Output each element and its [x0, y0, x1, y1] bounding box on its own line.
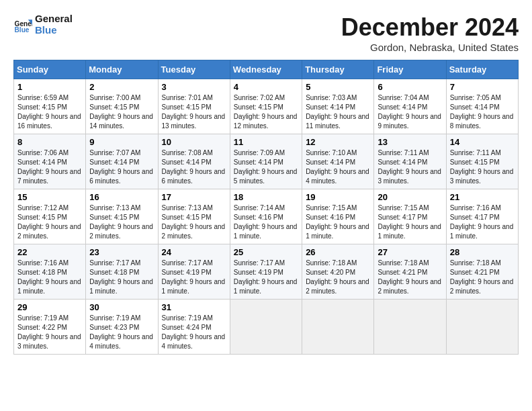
day-info: Sunrise: 7:00 AMSunset: 4:15 PMDaylight:… — [89, 93, 154, 131]
day-info: Sunrise: 7:10 AMSunset: 4:14 PMDaylight:… — [306, 148, 370, 186]
calendar-cell: 23Sunrise: 7:17 AMSunset: 4:18 PMDayligh… — [86, 244, 158, 300]
day-number: 14 — [450, 137, 515, 147]
calendar-cell: 21Sunrise: 7:16 AMSunset: 4:17 PMDayligh… — [446, 189, 518, 244]
day-number: 26 — [306, 247, 370, 257]
title-block: December 2024 Gordon, Nebraska, United S… — [341, 13, 519, 53]
calendar-cell: 15Sunrise: 7:12 AMSunset: 4:15 PMDayligh… — [14, 189, 86, 244]
calendar-cell: 7Sunrise: 7:05 AMSunset: 4:14 PMDaylight… — [446, 79, 518, 134]
day-info: Sunrise: 7:11 AMSunset: 4:15 PMDaylight:… — [450, 148, 515, 186]
calendar-cell: 27Sunrise: 7:18 AMSunset: 4:21 PMDayligh… — [374, 244, 446, 300]
calendar-cell: 9Sunrise: 7:07 AMSunset: 4:14 PMDaylight… — [86, 134, 158, 189]
day-info: Sunrise: 7:16 AMSunset: 4:17 PMDaylight:… — [450, 203, 515, 241]
calendar-week-row: 1Sunrise: 6:59 AMSunset: 4:15 PMDaylight… — [14, 79, 519, 134]
day-number: 29 — [17, 302, 82, 312]
day-number: 10 — [162, 137, 226, 147]
calendar-cell: 3Sunrise: 7:01 AMSunset: 4:15 PMDaylight… — [158, 79, 230, 134]
month-title: December 2024 — [341, 13, 519, 42]
day-info: Sunrise: 7:19 AMSunset: 4:23 PMDaylight:… — [89, 314, 154, 351]
calendar-cell: 18Sunrise: 7:14 AMSunset: 4:16 PMDayligh… — [230, 189, 302, 244]
calendar-cell: 1Sunrise: 6:59 AMSunset: 4:15 PMDaylight… — [14, 79, 86, 134]
day-info: Sunrise: 7:08 AMSunset: 4:14 PMDaylight:… — [162, 148, 226, 186]
day-number: 18 — [234, 192, 298, 202]
day-info: Sunrise: 7:17 AMSunset: 4:19 PMDaylight:… — [234, 259, 298, 296]
weekday-header-tuesday: Tuesday — [158, 60, 230, 79]
day-number: 15 — [17, 192, 82, 202]
day-number: 20 — [378, 192, 442, 202]
weekday-header-saturday: Saturday — [446, 60, 518, 79]
calendar-week-row: 22Sunrise: 7:16 AMSunset: 4:18 PMDayligh… — [14, 244, 519, 300]
calendar-cell: 17Sunrise: 7:13 AMSunset: 4:15 PMDayligh… — [158, 189, 230, 244]
day-number: 8 — [17, 137, 82, 147]
calendar-cell: 28Sunrise: 7:18 AMSunset: 4:21 PMDayligh… — [446, 244, 518, 300]
calendar-cell: 5Sunrise: 7:03 AMSunset: 4:14 PMDaylight… — [302, 79, 374, 134]
day-info: Sunrise: 7:15 AMSunset: 4:17 PMDaylight:… — [378, 203, 442, 241]
calendar-cell: 11Sunrise: 7:09 AMSunset: 4:14 PMDayligh… — [230, 134, 302, 189]
calendar-cell: 6Sunrise: 7:04 AMSunset: 4:14 PMDaylight… — [374, 79, 446, 134]
day-number: 3 — [162, 82, 226, 92]
weekday-header-friday: Friday — [374, 60, 446, 79]
logo-line1: General — [35, 13, 73, 25]
calendar-cell: 14Sunrise: 7:11 AMSunset: 4:15 PMDayligh… — [446, 134, 518, 189]
day-number: 5 — [306, 82, 370, 92]
day-info: Sunrise: 7:18 AMSunset: 4:21 PMDaylight:… — [378, 259, 442, 296]
day-info: Sunrise: 7:04 AMSunset: 4:14 PMDaylight:… — [378, 93, 442, 131]
day-number: 22 — [17, 247, 82, 257]
day-number: 21 — [450, 192, 515, 202]
svg-text:Blue: Blue — [15, 26, 30, 33]
day-info: Sunrise: 7:02 AMSunset: 4:15 PMDaylight:… — [234, 93, 298, 131]
day-info: Sunrise: 7:16 AMSunset: 4:18 PMDaylight:… — [17, 259, 82, 296]
calendar-cell: 10Sunrise: 7:08 AMSunset: 4:14 PMDayligh… — [158, 134, 230, 189]
weekday-header-thursday: Thursday — [302, 60, 374, 79]
calendar-cell: 13Sunrise: 7:11 AMSunset: 4:14 PMDayligh… — [374, 134, 446, 189]
day-number: 23 — [89, 247, 154, 257]
logo-icon: General Blue — [13, 15, 32, 34]
day-info: Sunrise: 7:17 AMSunset: 4:18 PMDaylight:… — [89, 259, 154, 296]
day-info: Sunrise: 6:59 AMSunset: 4:15 PMDaylight:… — [17, 93, 82, 131]
day-number: 12 — [306, 137, 370, 147]
day-info: Sunrise: 7:14 AMSunset: 4:16 PMDaylight:… — [234, 203, 298, 241]
day-number: 19 — [306, 192, 370, 202]
day-info: Sunrise: 7:07 AMSunset: 4:14 PMDaylight:… — [89, 148, 154, 186]
calendar-cell: 24Sunrise: 7:17 AMSunset: 4:19 PMDayligh… — [158, 244, 230, 300]
calendar-cell — [374, 300, 446, 355]
logo-line2: Blue — [35, 25, 73, 36]
day-number: 16 — [89, 192, 154, 202]
day-number: 30 — [89, 302, 154, 312]
day-info: Sunrise: 7:09 AMSunset: 4:14 PMDaylight:… — [234, 148, 298, 186]
day-info: Sunrise: 7:17 AMSunset: 4:19 PMDaylight:… — [162, 259, 226, 296]
calendar-cell: 4Sunrise: 7:02 AMSunset: 4:15 PMDaylight… — [230, 79, 302, 134]
day-number: 11 — [234, 137, 298, 147]
day-info: Sunrise: 7:11 AMSunset: 4:14 PMDaylight:… — [378, 148, 442, 186]
day-number: 17 — [162, 192, 226, 202]
day-number: 2 — [89, 82, 154, 92]
calendar-cell: 16Sunrise: 7:13 AMSunset: 4:15 PMDayligh… — [86, 189, 158, 244]
day-number: 7 — [450, 82, 515, 92]
day-number: 25 — [234, 247, 298, 257]
calendar-table: SundayMondayTuesdayWednesdayThursdayFrid… — [13, 60, 519, 355]
calendar-cell: 2Sunrise: 7:00 AMSunset: 4:15 PMDaylight… — [86, 79, 158, 134]
day-info: Sunrise: 7:06 AMSunset: 4:14 PMDaylight:… — [17, 148, 82, 186]
weekday-header-row: SundayMondayTuesdayWednesdayThursdayFrid… — [14, 60, 519, 79]
calendar-cell: 12Sunrise: 7:10 AMSunset: 4:14 PMDayligh… — [302, 134, 374, 189]
calendar-cell: 31Sunrise: 7:19 AMSunset: 4:24 PMDayligh… — [158, 300, 230, 355]
logo: General Blue General Blue — [13, 13, 73, 36]
day-number: 1 — [17, 82, 82, 92]
day-number: 6 — [378, 82, 442, 92]
calendar-week-row: 15Sunrise: 7:12 AMSunset: 4:15 PMDayligh… — [14, 189, 519, 244]
calendar-cell: 30Sunrise: 7:19 AMSunset: 4:23 PMDayligh… — [86, 300, 158, 355]
weekday-header-sunday: Sunday — [14, 60, 86, 79]
day-info: Sunrise: 7:13 AMSunset: 4:15 PMDaylight:… — [89, 203, 154, 241]
day-info: Sunrise: 7:18 AMSunset: 4:21 PMDaylight:… — [450, 259, 515, 296]
day-info: Sunrise: 7:19 AMSunset: 4:24 PMDaylight:… — [162, 314, 226, 351]
page-header: General Blue General Blue December 2024 … — [13, 13, 519, 53]
day-info: Sunrise: 7:05 AMSunset: 4:14 PMDaylight:… — [450, 93, 515, 131]
calendar-cell — [230, 300, 302, 355]
day-info: Sunrise: 7:03 AMSunset: 4:14 PMDaylight:… — [306, 93, 370, 131]
calendar-cell: 26Sunrise: 7:18 AMSunset: 4:20 PMDayligh… — [302, 244, 374, 300]
day-info: Sunrise: 7:13 AMSunset: 4:15 PMDaylight:… — [162, 203, 226, 241]
day-info: Sunrise: 7:15 AMSunset: 4:16 PMDaylight:… — [306, 203, 370, 241]
calendar-cell — [302, 300, 374, 355]
day-info: Sunrise: 7:18 AMSunset: 4:20 PMDaylight:… — [306, 259, 370, 296]
calendar-cell: 19Sunrise: 7:15 AMSunset: 4:16 PMDayligh… — [302, 189, 374, 244]
calendar-cell: 22Sunrise: 7:16 AMSunset: 4:18 PMDayligh… — [14, 244, 86, 300]
